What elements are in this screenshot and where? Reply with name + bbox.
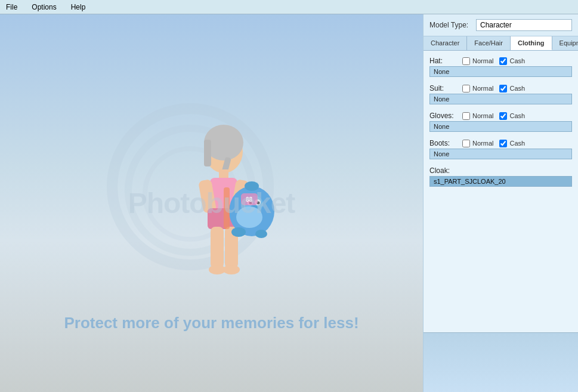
gloves-normal-label: Normal (472, 112, 493, 119)
svg-text:88: 88 (246, 196, 253, 203)
protect-text-highlight: less! (323, 314, 358, 332)
gloves-label: Gloves: (429, 112, 456, 120)
gloves-cash-checkbox[interactable] (499, 112, 507, 120)
hat-cash-label: Cash (509, 57, 525, 64)
svg-point-23 (255, 230, 267, 238)
cloak-value[interactable]: s1_PART_SJCLOAK_20 (429, 176, 572, 187)
svg-point-24 (245, 181, 259, 191)
viewport: 88 Protect more of your memories for les… (0, 14, 423, 392)
boots-cash-group: Cash (499, 140, 525, 147)
panel-bottom (424, 332, 578, 392)
cloak-label: Cloak: (429, 166, 456, 175)
hat-label: Hat: (429, 57, 456, 65)
gloves-normal-checkbox[interactable] (462, 112, 470, 120)
boots-cash-checkbox[interactable] (499, 140, 507, 147)
boots-value[interactable]: None (429, 149, 572, 159)
main-area: 88 Protect more of your memories for les… (0, 14, 578, 392)
panel-content: Hat: Normal Cash None Suit: (424, 51, 578, 332)
svg-point-12 (223, 265, 240, 274)
model-type-value[interactable]: Character (476, 19, 572, 31)
boots-normal-checkbox[interactable] (462, 140, 470, 147)
tab-character[interactable]: Character (424, 36, 467, 50)
suit-cash-group: Cash (499, 85, 525, 92)
hat-normal-label: Normal (472, 57, 493, 64)
suit-normal-checkbox[interactable] (462, 85, 470, 92)
hat-normal-checkbox[interactable] (462, 57, 470, 65)
svg-rect-4 (219, 169, 228, 178)
suit-normal-group: Normal (462, 85, 493, 92)
model-type-label: Model Type: (429, 21, 471, 29)
tabs: Character Face/Hair Clothing Equipm... (424, 36, 578, 51)
svg-point-22 (231, 227, 246, 237)
svg-rect-21 (224, 187, 230, 229)
model-type-row: Model Type: Character (424, 14, 578, 36)
gloves-normal-group: Normal (462, 112, 493, 120)
svg-point-11 (209, 265, 225, 274)
protect-text: Protect more of your memories for less! (0, 314, 423, 332)
suit-label: Suit: (429, 84, 456, 92)
menu-file[interactable]: File (2, 2, 21, 13)
svg-rect-9 (211, 227, 224, 268)
protect-text-main: Protect more of your memories for (64, 314, 319, 332)
gloves-cash-label: Cash (509, 112, 525, 119)
boots-row: Boots: Normal Cash None (424, 137, 578, 164)
svg-rect-2 (204, 140, 211, 166)
suit-cash-checkbox[interactable] (499, 85, 507, 92)
hat-value[interactable]: None (429, 66, 572, 77)
suit-normal-label: Normal (472, 85, 493, 92)
boots-normal-group: Normal (462, 140, 493, 147)
cloak-row: Cloak: s1_PART_SJCLOAK_20 (424, 164, 578, 192)
hat-normal-group: Normal (462, 57, 493, 65)
gloves-value[interactable]: None (429, 121, 572, 132)
menu-help[interactable]: Help (67, 2, 89, 13)
right-panel: Model Type: Character Character Face/Hai… (423, 14, 578, 392)
suit-value[interactable]: None (429, 94, 572, 104)
hat-cash-group: Cash (499, 57, 525, 65)
tab-facehair[interactable]: Face/Hair (467, 36, 511, 50)
hat-cash-checkbox[interactable] (499, 57, 507, 65)
tab-equipment[interactable]: Equipm... (552, 36, 578, 50)
menubar: File Options Help (0, 0, 578, 14)
suit-row: Suit: Normal Cash None (424, 82, 578, 109)
gloves-cash-group: Cash (499, 112, 525, 120)
character-figure: 88 (161, 116, 298, 344)
boots-cash-label: Cash (509, 140, 525, 147)
svg-point-20 (236, 206, 262, 228)
boots-normal-label: Normal (472, 140, 493, 147)
gloves-row: Gloves: Normal Cash None (424, 109, 578, 137)
suit-cash-label: Cash (509, 85, 525, 92)
tab-clothing[interactable]: Clothing (511, 36, 552, 50)
boots-label: Boots: (429, 139, 456, 147)
hat-row: Hat: Normal Cash None (424, 54, 578, 82)
menu-options[interactable]: Options (28, 2, 60, 13)
